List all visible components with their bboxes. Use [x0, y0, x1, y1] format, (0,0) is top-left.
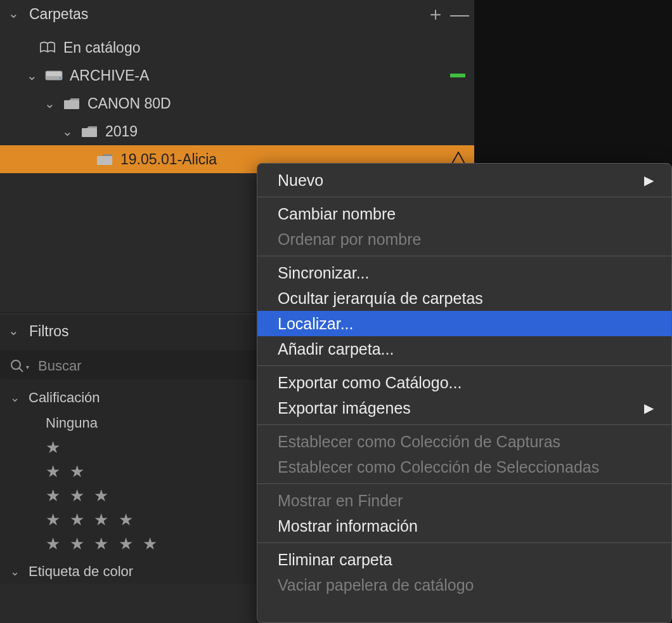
menu-item-label: Mostrar información	[278, 517, 418, 535]
menu-item-anadir-carpeta[interactable]: Añadir carpeta...	[257, 336, 671, 362]
tree-item-archive-a[interactable]: ⌄ ARCHIVE-A	[0, 62, 474, 89]
menu-item-label: Establecer como Colección de Capturas	[278, 433, 560, 451]
svg-rect-4	[82, 128, 97, 137]
status-indicator-green	[450, 74, 465, 77]
menu-separator	[257, 542, 671, 543]
chevron-down-icon[interactable]: ⌄	[25, 68, 38, 83]
menu-separator	[257, 483, 671, 484]
menu-separator	[257, 424, 671, 425]
carpetas-header-right: ＋ —	[426, 1, 467, 27]
context-menu: Nuevo ▶ Cambiar nombre Ordenar por nombr…	[257, 163, 672, 623]
menu-item-label: Exportar como Catálogo...	[278, 374, 462, 392]
tree-item-label: ARCHIVE-A	[70, 67, 149, 84]
folder-icon	[62, 95, 81, 112]
tree-item-catalog[interactable]: En catálogo	[0, 34, 474, 62]
menu-item-label: Ocultar jerarquía de carpetas	[278, 289, 483, 308]
menu-item-ocultar-jerarquia[interactable]: Ocultar jerarquía de carpetas	[257, 285, 671, 311]
menu-item-label: Eliminar carpeta	[278, 551, 392, 569]
menu-item-establecer-seleccionadas: Establecer como Colección de Seleccionad…	[257, 454, 671, 480]
menu-item-label: Localizar...	[278, 315, 354, 333]
tree-item-label: 19.05.01-Alicia	[120, 151, 217, 168]
chevron-down-icon[interactable]: ⌄	[43, 96, 56, 111]
submenu-arrow-icon: ▶	[644, 173, 654, 188]
menu-item-label: Ordenar por nombre	[278, 230, 422, 249]
minus-icon[interactable]: —	[450, 4, 464, 25]
menu-item-mostrar-finder: Mostrar en Finder	[257, 488, 671, 513]
menu-item-localizar[interactable]: Localizar...	[257, 311, 671, 336]
book-icon	[38, 39, 57, 56]
tree-item-label: CANON 80D	[87, 95, 171, 112]
svg-point-6	[11, 360, 20, 369]
search-icon[interactable]: ▾	[10, 359, 29, 373]
folder-tree: En catálogo ⌄ ARCHIVE-A ⌄	[0, 34, 474, 173]
tree-item-label: 2019	[105, 123, 138, 140]
svg-line-7	[19, 368, 23, 372]
menu-item-label: Mostrar en Finder	[278, 492, 403, 510]
chevron-down-icon[interactable]: ⌄	[8, 6, 19, 21]
chevron-down-icon[interactable]: ⌄	[10, 391, 20, 405]
rating-none-label: Ninguna	[46, 415, 98, 431]
drive-icon	[44, 67, 63, 84]
folder-icon	[95, 151, 114, 167]
folder-icon	[80, 123, 99, 140]
menu-item-cambiar-nombre[interactable]: Cambiar nombre	[257, 201, 671, 226]
tree-item-label: En catálogo	[63, 39, 140, 56]
menu-item-label: Sincronizar...	[278, 264, 370, 282]
menu-item-ordenar-por-nombre: Ordenar por nombre	[257, 226, 671, 252]
carpetas-header[interactable]: ⌄ Carpetas ＋ —	[0, 0, 474, 34]
menu-item-establecer-capturas: Establecer como Colección de Capturas	[257, 429, 671, 454]
menu-item-eliminar-carpeta[interactable]: Eliminar carpeta	[257, 547, 671, 572]
chevron-down-icon[interactable]: ⌄	[10, 565, 20, 579]
menu-item-nuevo[interactable]: Nuevo ▶	[257, 167, 671, 193]
tree-item-2019[interactable]: ⌄ 2019	[0, 117, 474, 145]
chevron-down-icon[interactable]: ⌄	[61, 124, 74, 139]
menu-separator	[257, 365, 671, 366]
rating-header-label: Calificación	[29, 390, 100, 406]
filtros-header-left: ⌄ Filtros	[8, 323, 69, 340]
svg-rect-5	[97, 156, 112, 165]
menu-item-exportar-catalogo[interactable]: Exportar como Catálogo...	[257, 370, 671, 395]
chevron-down-icon[interactable]: ⌄	[8, 323, 19, 338]
menu-item-exportar-imagenes[interactable]: Exportar imágenes ▶	[257, 395, 671, 421]
menu-item-mostrar-informacion[interactable]: Mostrar información	[257, 513, 671, 539]
menu-item-label: Exportar imágenes	[278, 399, 411, 417]
plus-icon[interactable]: ＋	[426, 1, 440, 27]
submenu-arrow-icon: ▶	[644, 400, 654, 416]
carpetas-header-left: ⌄ Carpetas	[8, 6, 88, 23]
chevron-down-icon: ▾	[26, 364, 29, 371]
menu-item-label: Nuevo	[278, 171, 323, 190]
tree-item-canon-80d[interactable]: ⌄ CANON 80D	[0, 89, 474, 117]
menu-item-label: Añadir carpeta...	[278, 340, 394, 358]
menu-separator	[257, 197, 671, 197]
filtros-title: Filtros	[29, 323, 69, 340]
menu-item-label: Cambiar nombre	[278, 205, 396, 223]
svg-rect-3	[64, 100, 79, 109]
svg-point-2	[60, 77, 61, 79]
menu-item-sincronizar[interactable]: Sincronizar...	[257, 260, 671, 285]
color-tag-label: Etiqueta de color	[29, 563, 133, 580]
carpetas-title: Carpetas	[29, 6, 88, 23]
menu-item-label: Establecer como Colección de Seleccionad…	[278, 458, 599, 476]
menu-item-vaciar-papelera: Vaciar papelera de catálogo	[257, 572, 671, 598]
menu-item-label: Vaciar papelera de catálogo	[278, 576, 474, 594]
menu-separator	[257, 256, 671, 256]
